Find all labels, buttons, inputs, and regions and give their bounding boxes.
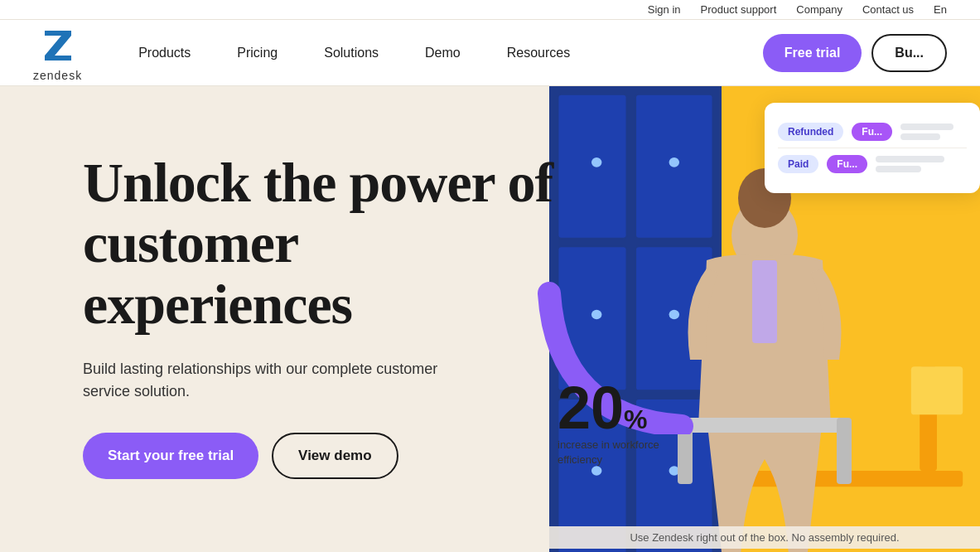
stat-number: 20 — [558, 378, 624, 438]
badge-fulfilled-2: Fu... — [827, 155, 867, 173]
top-bar-company[interactable]: Company — [796, 3, 842, 16]
logo-link[interactable]: zendesk — [33, 24, 82, 82]
ui-line — [900, 123, 953, 130]
logo-wordmark: zendesk — [33, 69, 82, 82]
top-bar-sign-in[interactable]: Sign in — [648, 3, 681, 16]
top-bar-contact-us[interactable]: Contact us — [862, 3, 914, 16]
nav-resources[interactable]: Resources — [484, 20, 593, 86]
ui-card-row-2: Paid Fu... — [778, 148, 967, 180]
top-bar: Sign in Product support Company Contact … — [0, 0, 980, 20]
stat-percent: % — [624, 404, 647, 435]
nav-pricing[interactable]: Pricing — [214, 20, 301, 86]
svg-rect-19 — [752, 260, 777, 343]
nav-links: Products Pricing Solutions Demo Resource… — [115, 20, 763, 86]
zendesk-logo-icon — [36, 24, 80, 67]
buy-button[interactable]: Bu... — [871, 34, 947, 72]
stat-label-line1: increase in workforce — [558, 438, 659, 453]
top-bar-product-support[interactable]: Product support — [701, 3, 777, 16]
ui-line — [900, 133, 940, 140]
stat-badge: 20 % increase in workforce efficiency — [558, 378, 659, 467]
svg-rect-22 — [678, 418, 852, 433]
nav-actions: Free trial Bu... — [763, 34, 947, 72]
free-trial-button[interactable]: Free trial — [763, 34, 862, 72]
hero-title: Unlock the power of customer experiences — [83, 153, 563, 335]
hero-subtitle: Build lasting relationships with our com… — [83, 358, 480, 403]
stat-label-line2: efficiency — [558, 453, 659, 467]
hero-caption: Use Zendesk right out of the box. No ass… — [549, 526, 980, 549]
stat-number-display: 20 % — [558, 378, 659, 438]
top-bar-language[interactable]: En — [934, 3, 947, 16]
svg-point-7 — [591, 157, 601, 167]
ui-line — [876, 156, 944, 162]
hero-buttons: Start your free trial View demo — [83, 433, 563, 479]
ui-card-lines-1 — [900, 123, 967, 140]
badge-refunded: Refunded — [778, 123, 843, 141]
nav-products[interactable]: Products — [115, 20, 214, 86]
nav-demo[interactable]: Demo — [402, 20, 484, 86]
ui-card-lines-2 — [876, 156, 967, 172]
hero-right: Refunded Fu... Paid Fu... — [516, 86, 980, 552]
ui-line — [876, 166, 921, 172]
ui-card-row-1: Refunded Fu... — [778, 116, 967, 148]
ui-card-overlay: Refunded Fu... Paid Fu... — [765, 103, 980, 193]
nav-solutions[interactable]: Solutions — [301, 20, 402, 86]
hero-section: Unlock the power of customer experiences… — [0, 86, 980, 552]
badge-paid: Paid — [778, 155, 818, 173]
hero-content: Unlock the power of customer experiences… — [83, 136, 563, 479]
main-nav: zendesk Products Pricing Solutions Demo … — [0, 20, 980, 86]
badge-fulfilled-1: Fu... — [852, 123, 892, 141]
svg-rect-24 — [837, 418, 852, 484]
view-demo-button[interactable]: View demo — [272, 433, 398, 479]
start-trial-button[interactable]: Start your free trial — [83, 433, 258, 479]
